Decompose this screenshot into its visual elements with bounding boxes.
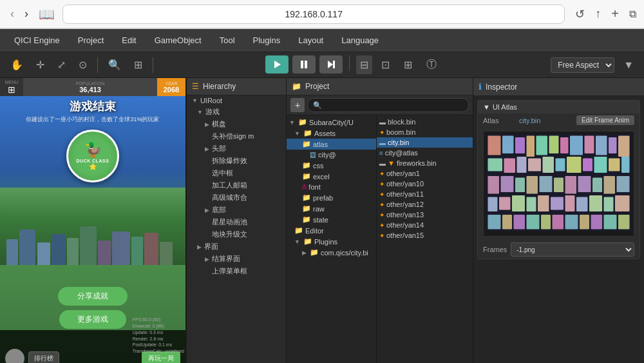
select-tool-button[interactable]: ⤢	[52, 56, 71, 74]
proj-raw[interactable]: 📁raw	[287, 203, 376, 214]
file-other-van15[interactable]: ✦ other/van15	[377, 230, 473, 240]
tree-item-bottom[interactable]: ▶底部	[187, 204, 286, 216]
inspector-section-header[interactable]: ▼ UI Atlas	[478, 101, 639, 113]
duck-class-label: DUCK CLASS	[77, 159, 109, 163]
share-icon[interactable]: ↑	[595, 7, 601, 21]
step-button[interactable]	[319, 55, 343, 74]
svg-rect-36	[578, 176, 591, 192]
tree-item-select-box[interactable]: ▶选中框	[187, 167, 286, 179]
ui-tool-1[interactable]: ⊟	[356, 55, 372, 74]
proj-editor[interactable]: 📁Editor	[287, 225, 376, 236]
svg-rect-51	[488, 215, 501, 230]
ui-tool-4[interactable]: Ⓣ	[421, 55, 442, 74]
tree-item-upgrade[interactable]: ▶地块升级文	[187, 228, 286, 240]
ui-tool-3[interactable]: ⊞	[399, 55, 417, 74]
ui-tool-2[interactable]: ⊡	[376, 55, 395, 74]
forward-button[interactable]: ›	[22, 7, 31, 21]
aspect-select[interactable]: Free Aspect	[551, 57, 614, 73]
tree-item-ui[interactable]: ▶界面	[187, 240, 286, 253]
svg-rect-4	[333, 61, 335, 68]
proj-state[interactable]: 📁state	[287, 214, 376, 225]
menu-qici-engine[interactable]: QICI Engine	[5, 33, 69, 48]
tree-item-explode[interactable]: ▶拆除爆炸效	[187, 155, 286, 167]
proj-com-qics[interactable]: ▶📁com.qics/city.bi	[287, 247, 376, 258]
proj-prefab[interactable]: 📁prefab	[287, 192, 376, 203]
url-bar[interactable]: 192.168.0.117	[62, 5, 565, 24]
frames-select[interactable]: -1.png	[511, 242, 634, 257]
tree-item-head[interactable]: ▶头部	[187, 142, 286, 155]
edit-frame-anim-button[interactable]: Edit Frame Anim	[576, 115, 634, 125]
proj-plugins[interactable]: ▼📁Plugins	[287, 236, 376, 247]
svg-rect-44	[538, 195, 549, 211]
menu-project[interactable]: Project	[69, 33, 113, 48]
file-other-yan13[interactable]: ✦ other/yan13	[377, 210, 473, 220]
svg-rect-15	[596, 136, 607, 155]
menu-plugins[interactable]: Plugins	[244, 33, 290, 48]
svg-rect-33	[540, 176, 553, 192]
proj-css[interactable]: 📁css	[287, 160, 376, 171]
file-fireworks-bin[interactable]: ▬ ▼ fireworks.bin	[377, 158, 473, 168]
zoom-tool-button[interactable]: 🔍	[103, 56, 126, 74]
file-other-yan12[interactable]: ✦ other/yan12	[377, 199, 473, 210]
menu-layout[interactable]: Layout	[289, 33, 332, 48]
population-label: POPULATION	[76, 81, 105, 86]
avatar	[5, 349, 24, 363]
tabs-icon[interactable]: ⧉	[629, 8, 636, 20]
tree-item-star-pool[interactable]: ▶星星动画池	[187, 216, 286, 228]
aspect-dropdown-button[interactable]: ▼	[618, 57, 639, 74]
tree-item-city-merge[interactable]: ▶高级城市合	[187, 191, 286, 204]
menu-gameobject[interactable]: GameObject	[146, 33, 211, 48]
svg-rect-24	[567, 157, 582, 173]
tree-item-game[interactable]: ▼游戏	[187, 106, 286, 118]
hand-tool-button[interactable]: ✋	[5, 56, 28, 74]
url-text: 192.168.0.117	[285, 9, 343, 19]
menu-language[interactable]: Language	[332, 33, 388, 48]
play-button[interactable]	[265, 55, 289, 74]
back-button[interactable]: ‹	[8, 7, 17, 21]
file-boom-bin[interactable]: ✦ boom.bin	[377, 127, 473, 137]
target-tool-button[interactable]: ⊙	[73, 56, 92, 74]
file-other-yan14[interactable]: ✦ other/yan14	[377, 220, 473, 230]
grid-tool-button[interactable]: ⊞	[129, 56, 147, 74]
file-block-bin[interactable]: ▬ block.bin	[377, 117, 473, 127]
file-city-atlas[interactable]: ≡ city@atlas	[377, 148, 473, 158]
ranking-button[interactable]: 排行榜	[28, 351, 59, 363]
more-games-button[interactable]: 更多游戏	[59, 310, 126, 329]
inspector-info-icon: ℹ	[478, 82, 482, 92]
proj-city-at[interactable]: 🖼city@	[287, 150, 376, 160]
svg-rect-37	[592, 178, 602, 193]
reload-icon[interactable]: ↺	[575, 7, 585, 21]
svg-rect-14	[585, 136, 594, 154]
proj-atlas[interactable]: 📁atlas	[287, 139, 376, 150]
inspector-content: ▼ UI Atlas Atlas city.bin Edit Frame Ani…	[473, 96, 644, 266]
pause-button[interactable]	[292, 55, 316, 74]
tree-item-popup-menu[interactable]: ▶上弹菜单框	[187, 265, 286, 277]
proj-font[interactable]: Afont	[287, 182, 376, 192]
share-achievement-button[interactable]: 分享成就	[58, 287, 128, 306]
file-other-yan1[interactable]: ✦ other/yan1	[377, 168, 473, 179]
file-city-bin[interactable]: ▬ city.bin	[377, 137, 473, 148]
file-other-yan11[interactable]: ✦ other/yan11	[377, 189, 473, 199]
toolbar: ✋ ✛ ⤢ ⊙ 🔍 ⊞ ⊟ ⊡ ⊞ Ⓣ Free Aspect ▼	[0, 52, 644, 78]
menu-tool[interactable]: Tool	[211, 33, 244, 48]
game-menu-icon[interactable]: ⊞	[8, 84, 15, 95]
project-add-button[interactable]: +	[290, 98, 305, 112]
add-tab-icon[interactable]: +	[611, 6, 619, 21]
inspector-panel: ℹ Inspector ▼ UI Atlas Atlas city.bin Ed…	[473, 78, 644, 363]
file-other-yan10[interactable]: ✦ other/yan10	[377, 179, 473, 189]
svg-rect-31	[515, 178, 525, 193]
inspector-ui-atlas-section: ▼ UI Atlas Atlas city.bin Edit Frame Ani…	[477, 100, 640, 259]
svg-rect-56	[553, 215, 564, 230]
svg-rect-38	[604, 176, 616, 194]
tree-item-mail[interactable]: ▶加工人邮箱	[187, 179, 286, 191]
proj-assets[interactable]: ▼📁Assets	[287, 128, 376, 139]
tree-item-chess[interactable]: ▶棋盘	[187, 118, 286, 130]
proj-excel[interactable]: 📁excel	[287, 171, 376, 182]
move-tool-button[interactable]: ✛	[31, 56, 50, 74]
tree-item-uiroot[interactable]: ▼UIRoot	[187, 95, 286, 106]
project-search-input[interactable]	[307, 98, 469, 112]
tree-item-head-comp[interactable]: ▶头补偿sign m	[187, 130, 286, 142]
tree-item-settlement[interactable]: ▶结算界面	[187, 253, 286, 265]
proj-subaracityU[interactable]: ▼📁SubaraCity(/U	[287, 117, 376, 128]
menu-edit[interactable]: Edit	[113, 33, 145, 48]
